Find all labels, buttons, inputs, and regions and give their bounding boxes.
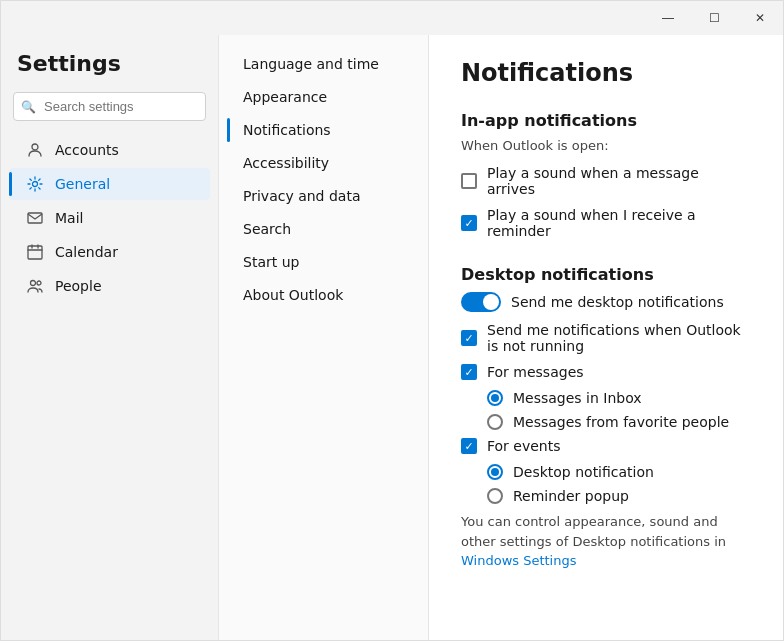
reminder-popup-label: Reminder popup bbox=[513, 488, 629, 504]
content-area: Settings 🔍 Accounts General bbox=[1, 35, 783, 640]
sound-reminder-row: Play a sound when I receive a reminder bbox=[461, 207, 751, 239]
for-messages-label: For messages bbox=[487, 364, 584, 380]
for-events-label: For events bbox=[487, 438, 561, 454]
reminder-popup-radio-row: Reminder popup bbox=[487, 488, 751, 504]
not-running-row: Send me notifications when Outlook is no… bbox=[461, 322, 751, 354]
general-icon bbox=[25, 176, 45, 192]
for-messages-checkbox-wrap[interactable]: For messages bbox=[461, 364, 584, 380]
middle-item-language[interactable]: Language and time bbox=[227, 48, 420, 80]
inbox-radio[interactable] bbox=[487, 390, 503, 406]
page-title: Notifications bbox=[461, 59, 751, 87]
for-messages-row: For messages bbox=[461, 364, 751, 380]
svg-point-5 bbox=[37, 281, 41, 285]
svg-point-1 bbox=[33, 182, 38, 187]
middle-label-startup: Start up bbox=[243, 254, 299, 270]
desktop-section-title: Desktop notifications bbox=[461, 265, 751, 284]
favorite-radio-row: Messages from favorite people bbox=[487, 414, 751, 430]
mail-icon bbox=[25, 210, 45, 226]
svg-point-4 bbox=[31, 281, 36, 286]
desktop-notif-radio-wrap[interactable]: Desktop notification bbox=[487, 464, 654, 480]
svg-point-0 bbox=[32, 144, 38, 150]
close-button[interactable]: ✕ bbox=[737, 1, 783, 35]
middle-item-about[interactable]: About Outlook bbox=[227, 279, 420, 311]
toggle-label: Send me desktop notifications bbox=[511, 294, 724, 310]
inbox-radio-wrap[interactable]: Messages in Inbox bbox=[487, 390, 642, 406]
middle-item-accessibility[interactable]: Accessibility bbox=[227, 147, 420, 179]
middle-panel: Language and time Appearance Notificatio… bbox=[219, 35, 429, 640]
app-title: Settings bbox=[1, 51, 218, 92]
sidebar-label-people: People bbox=[55, 278, 102, 294]
for-events-row: For events bbox=[461, 438, 751, 454]
search-icon: 🔍 bbox=[21, 100, 36, 114]
in-app-section-title: In-app notifications bbox=[461, 111, 751, 130]
middle-item-search[interactable]: Search bbox=[227, 213, 420, 245]
not-running-checkbox-wrap[interactable]: Send me notifications when Outlook is no… bbox=[461, 322, 751, 354]
footnote-prefix: You can control appearance, sound and ot… bbox=[461, 514, 726, 549]
not-running-label: Send me notifications when Outlook is no… bbox=[487, 322, 751, 354]
middle-item-appearance[interactable]: Appearance bbox=[227, 81, 420, 113]
middle-label-language: Language and time bbox=[243, 56, 379, 72]
middle-label-appearance: Appearance bbox=[243, 89, 327, 105]
middle-item-privacy[interactable]: Privacy and data bbox=[227, 180, 420, 212]
sidebar-label-general: General bbox=[55, 176, 110, 192]
middle-label-accessibility: Accessibility bbox=[243, 155, 329, 171]
for-messages-checkbox[interactable] bbox=[461, 364, 477, 380]
search-input[interactable] bbox=[13, 92, 206, 121]
sidebar-label-mail: Mail bbox=[55, 210, 83, 226]
sidebar-label-accounts: Accounts bbox=[55, 142, 119, 158]
in-app-subtitle: When Outlook is open: bbox=[461, 138, 751, 153]
sidebar-item-calendar[interactable]: Calendar bbox=[9, 236, 210, 268]
sidebar-item-general[interactable]: General bbox=[9, 168, 210, 200]
inbox-label: Messages in Inbox bbox=[513, 390, 642, 406]
middle-label-notifications: Notifications bbox=[243, 122, 331, 138]
svg-rect-3 bbox=[28, 246, 42, 259]
search-box: 🔍 bbox=[13, 92, 206, 121]
for-events-checkbox-wrap[interactable]: For events bbox=[461, 438, 561, 454]
favorite-radio[interactable] bbox=[487, 414, 503, 430]
desktop-notif-radio[interactable] bbox=[487, 464, 503, 480]
reminder-popup-radio-wrap[interactable]: Reminder popup bbox=[487, 488, 629, 504]
desktop-notifications-toggle[interactable] bbox=[461, 292, 501, 312]
not-running-checkbox[interactable] bbox=[461, 330, 477, 346]
middle-label-search: Search bbox=[243, 221, 291, 237]
svg-rect-2 bbox=[28, 213, 42, 223]
sound-message-checkbox[interactable] bbox=[461, 173, 477, 189]
minimize-button[interactable]: — bbox=[645, 1, 691, 35]
footnote: You can control appearance, sound and ot… bbox=[461, 512, 751, 571]
sound-message-label: Play a sound when a message arrives bbox=[487, 165, 751, 197]
calendar-icon bbox=[25, 244, 45, 260]
settings-window: — ☐ ✕ Settings 🔍 Accounts General bbox=[0, 0, 784, 641]
favorite-label: Messages from favorite people bbox=[513, 414, 729, 430]
people-icon bbox=[25, 278, 45, 294]
reminder-popup-radio[interactable] bbox=[487, 488, 503, 504]
accounts-icon bbox=[25, 142, 45, 158]
sound-reminder-checkbox[interactable] bbox=[461, 215, 477, 231]
middle-label-privacy: Privacy and data bbox=[243, 188, 360, 204]
middle-item-startup[interactable]: Start up bbox=[227, 246, 420, 278]
sidebar: Settings 🔍 Accounts General bbox=[1, 35, 219, 640]
favorite-radio-wrap[interactable]: Messages from favorite people bbox=[487, 414, 729, 430]
sound-message-checkbox-wrap[interactable]: Play a sound when a message arrives bbox=[461, 165, 751, 197]
sidebar-item-mail[interactable]: Mail bbox=[9, 202, 210, 234]
titlebar: — ☐ ✕ bbox=[1, 1, 783, 35]
toggle-row: Send me desktop notifications bbox=[461, 292, 751, 312]
desktop-notif-label: Desktop notification bbox=[513, 464, 654, 480]
sound-reminder-label: Play a sound when I receive a reminder bbox=[487, 207, 751, 239]
maximize-button[interactable]: ☐ bbox=[691, 1, 737, 35]
desktop-notif-radio-row: Desktop notification bbox=[487, 464, 751, 480]
sidebar-item-people[interactable]: People bbox=[9, 270, 210, 302]
sound-reminder-checkbox-wrap[interactable]: Play a sound when I receive a reminder bbox=[461, 207, 751, 239]
inbox-radio-row: Messages in Inbox bbox=[487, 390, 751, 406]
footnote-link[interactable]: Windows Settings bbox=[461, 553, 576, 568]
sidebar-item-accounts[interactable]: Accounts bbox=[9, 134, 210, 166]
sidebar-label-calendar: Calendar bbox=[55, 244, 118, 260]
sound-message-row: Play a sound when a message arrives bbox=[461, 165, 751, 197]
middle-label-about: About Outlook bbox=[243, 287, 343, 303]
main-content: Notifications In-app notifications When … bbox=[429, 35, 783, 640]
middle-item-notifications[interactable]: Notifications bbox=[227, 114, 420, 146]
for-events-checkbox[interactable] bbox=[461, 438, 477, 454]
